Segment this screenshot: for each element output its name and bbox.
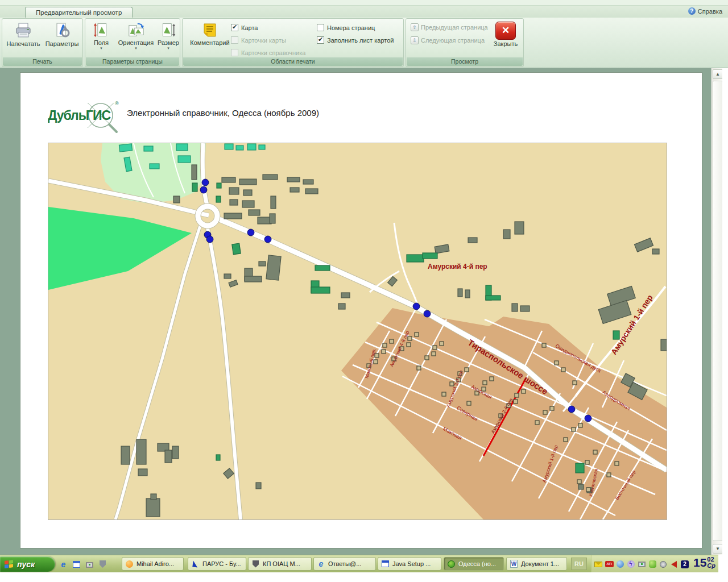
- right-edge-strip: [722, 68, 728, 582]
- scroll-up-icon[interactable]: ▲: [713, 69, 723, 79]
- group-page-setup: Поля ▾ Ориентация ▾: [85, 18, 180, 67]
- checkbox-fill-sheet-label: Заполнить лист картой: [327, 37, 394, 44]
- help-button[interactable]: ? Справка: [688, 7, 722, 15]
- checkbox-map-cards-label: Карточки карты: [241, 37, 286, 44]
- checkbox-map-label: Карта: [241, 24, 258, 31]
- group-print: Напечатать Параметры Печать: [2, 18, 83, 67]
- corner-strip: [718, 555, 728, 582]
- previous-page-label: Предыдущая страница: [421, 24, 488, 31]
- checkbox-map-cards-box: [231, 36, 238, 44]
- mail-client-icon[interactable]: [72, 560, 81, 568]
- margins-button[interactable]: Поля ▾: [89, 22, 114, 49]
- size-dropdown-icon: ▾: [167, 47, 169, 49]
- arrow-down-icon: ⇩: [411, 36, 419, 44]
- checkbox-directory-cards-box: [231, 49, 238, 56]
- internet-explorer-icon[interactable]: e: [59, 560, 68, 568]
- help-icon: ?: [688, 7, 696, 15]
- language-indicator[interactable]: RU: [571, 558, 587, 570]
- taskbar-button-label: ПАРУС - Бу...: [202, 560, 241, 567]
- taskbar-button-mihail[interactable]: Mihail Adiro...: [122, 557, 184, 571]
- tab-row: Предварительный просмотр ? Справка: [0, 6, 728, 18]
- next-page-label: Следующая страница: [421, 37, 485, 44]
- tray-clock: 15 02 Ср: [693, 556, 715, 569]
- checkbox-map[interactable]: Карта: [231, 24, 258, 31]
- margins-icon: [93, 22, 109, 39]
- taskbar-button-label: Ответы@...: [328, 560, 361, 567]
- icq-icon: [125, 560, 134, 568]
- next-page-button: ⇩ Следующая страница: [411, 36, 485, 44]
- vertical-scrollbar[interactable]: ▲ ▼: [711, 68, 723, 555]
- margins-dropdown-icon: ▾: [100, 47, 102, 49]
- print-button[interactable]: Напечатать: [6, 22, 41, 47]
- close-icon: ✕: [495, 22, 516, 40]
- map: Амурский 4-й пер Тираспольское шоссе Ови…: [48, 143, 667, 520]
- size-button[interactable]: Размер ▾: [157, 22, 180, 49]
- parus-sail-icon: [191, 560, 200, 568]
- taskbar-button-parus[interactable]: ПАРУС - Бу...: [188, 557, 246, 571]
- volume-horn-icon[interactable]: [669, 560, 679, 569]
- comment-note-icon: [202, 22, 218, 39]
- setup-window-icon: [381, 560, 390, 568]
- size-label: Размер: [158, 39, 179, 46]
- comment-label: Комментарий: [190, 39, 229, 46]
- bottom-strip: [0, 572, 728, 582]
- checkbox-fill-sheet-box[interactable]: [317, 36, 324, 44]
- tools-icon: [53, 22, 71, 40]
- preview-workspace: ДубльГИС ® Электронный справочник, Одесс…: [0, 68, 722, 555]
- ribbon: Напечатать Параметры Печать: [0, 18, 728, 68]
- dublgis-logo: ДубльГИС ®: [48, 98, 122, 134]
- group-page-setup-caption: Параметры страницы: [86, 57, 179, 66]
- application-window: Предварительный просмотр ? Справка Напеч…: [0, 0, 728, 582]
- download-lightning-icon[interactable]: ϟ: [626, 560, 635, 569]
- audio-device-icon[interactable]: [659, 560, 668, 569]
- dublgis-icon: [447, 560, 456, 568]
- clock-hour: 15: [693, 556, 706, 569]
- tab-print-preview[interactable]: Предварительный просмотр: [25, 7, 133, 18]
- group-print-caption: Печать: [3, 57, 82, 66]
- checkbox-page-numbers[interactable]: Номера страниц: [317, 24, 375, 31]
- margins-label: Поля: [94, 39, 109, 46]
- taskbar-button-label: КП ОІАЦ М...: [263, 560, 300, 567]
- map-canvas: Амурский 4-й пер Тираспольское шоссе Ови…: [48, 143, 667, 519]
- checkbox-directory-cards-label: Карточки справочника: [241, 49, 305, 56]
- taskbar: пуск e Mihail Adiro... ПАРУС - Бу... КП …: [0, 555, 718, 572]
- checkbox-page-numbers-box[interactable]: [317, 24, 324, 31]
- start-button[interactable]: пуск: [0, 556, 55, 572]
- street-label: Амурский 4-й пер: [428, 263, 487, 271]
- orientation-icon: [127, 22, 144, 39]
- taskbar-button-label: Документ 1...: [521, 560, 559, 567]
- taskbar-button-otvety[interactable]: e Ответы@...: [313, 557, 376, 571]
- mail-envelope-icon[interactable]: [594, 560, 603, 569]
- orientation-button[interactable]: Ориентация ▾: [115, 22, 157, 49]
- windows-logo-icon: [5, 560, 14, 569]
- app-2-tray-icon[interactable]: 2: [680, 560, 689, 569]
- title-strip: [0, 0, 728, 6]
- taskbar-button-label: Одесса (но...: [458, 560, 496, 567]
- ati-icon[interactable]: ATI: [605, 560, 614, 569]
- taskbar-button-kp-oiac[interactable]: КП ОІАЦ М...: [248, 557, 312, 571]
- checkbox-fill-sheet[interactable]: Заполнить лист картой: [317, 36, 394, 44]
- preview-page: ДубльГИС ® Электронный справочник, Одесс…: [20, 72, 702, 548]
- print-options-button[interactable]: Параметры: [43, 22, 81, 47]
- taskbar-button-label: Java Setup ...: [392, 560, 431, 567]
- scroll-down-icon[interactable]: ▼: [713, 544, 723, 554]
- blue-orb-icon[interactable]: [615, 560, 624, 569]
- taskbar-button-document1[interactable]: W Документ 1...: [506, 557, 567, 571]
- group-print-areas: Комментарий Карта Карточки карты Карточк…: [182, 18, 404, 67]
- checkbox-map-box[interactable]: [231, 24, 238, 31]
- group-print-areas-caption: Области печати: [183, 57, 403, 66]
- comment-button[interactable]: Комментарий: [187, 22, 233, 46]
- help-label: Справка: [698, 8, 722, 15]
- taskbar-button-odessa[interactable]: Одесса (но...: [444, 557, 504, 571]
- close-button[interactable]: ✕ Закрыть: [491, 22, 520, 47]
- network-computer-icon[interactable]: [637, 560, 646, 569]
- start-label: пуск: [17, 560, 35, 569]
- green-messenger-icon[interactable]: [648, 560, 657, 569]
- taskbar-button-java-setup[interactable]: Java Setup ...: [378, 557, 441, 571]
- printer-quicklaunch-icon[interactable]: [98, 560, 107, 568]
- close-label: Закрыть: [494, 40, 518, 47]
- arrow-up-icon: ⇧: [411, 23, 419, 31]
- orientation-dropdown-icon: ▾: [135, 47, 137, 49]
- scrollbar-thumb[interactable]: [713, 81, 723, 541]
- show-desktop-icon[interactable]: [85, 560, 94, 569]
